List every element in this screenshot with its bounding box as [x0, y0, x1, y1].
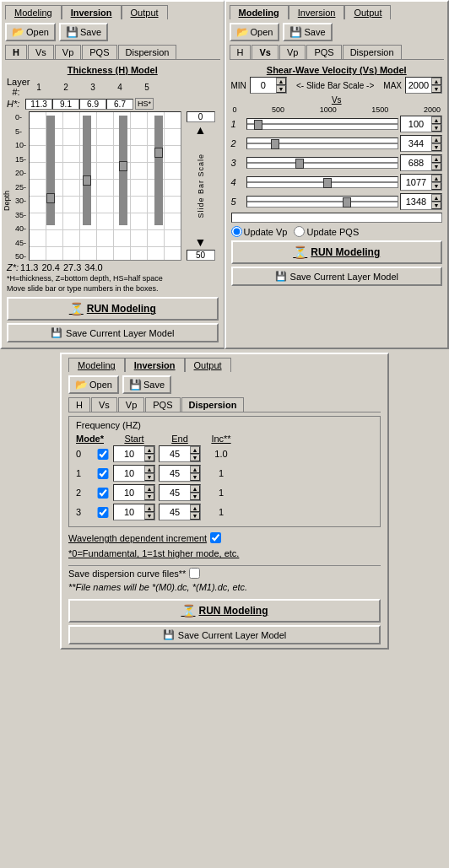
save-layer-button-right[interactable]: Save Current Layer Model — [231, 267, 443, 286]
vs-slider-1[interactable] — [247, 119, 398, 129]
run-button-bottom[interactable]: RUN Modeling — [68, 599, 381, 623]
update-vp-radio[interactable] — [231, 226, 242, 237]
tab-modeling-bottom[interactable]: Modeling — [68, 358, 125, 372]
freq-start-0[interactable] — [114, 449, 144, 459]
freq-end-3[interactable] — [160, 507, 190, 517]
freq-end-up-0[interactable]: ▲ — [190, 446, 200, 454]
freq-start-up-2[interactable]: ▲ — [144, 485, 154, 493]
wavelength-checkbox[interactable] — [210, 532, 221, 543]
nav-tab-vs-right[interactable]: Vs — [252, 45, 278, 59]
tab-output-right[interactable]: Output — [344, 5, 391, 19]
freq-checkbox-2[interactable] — [96, 488, 110, 499]
tab-inversion-left[interactable]: Inversion — [62, 5, 122, 19]
freq-end-up-2[interactable]: ▲ — [190, 485, 200, 493]
slide-bar-top-input[interactable] — [187, 111, 215, 122]
nav-tab-dispersion-bottom[interactable]: Dispersion — [181, 397, 245, 412]
tab-modeling-left[interactable]: Modeling — [5, 5, 62, 19]
h-input-2[interactable] — [52, 99, 79, 110]
freq-end-down-2[interactable]: ▼ — [190, 493, 200, 500]
freq-start-2[interactable] — [114, 488, 144, 498]
nav-tab-vp-left[interactable]: Vp — [55, 45, 81, 59]
freq-start-down-2[interactable]: ▼ — [144, 493, 154, 500]
nav-tab-vs-bottom[interactable]: Vs — [91, 397, 117, 412]
save-layer-button-bottom[interactable]: Save Current Layer Model — [68, 625, 381, 644]
save-button-left[interactable]: Save — [59, 23, 108, 41]
freq-end-0[interactable] — [160, 449, 190, 459]
freq-end-down-1[interactable]: ▼ — [190, 473, 200, 481]
freq-start-3[interactable] — [114, 507, 144, 517]
freq-end-up-3[interactable]: ▲ — [190, 504, 200, 512]
vs-spin-up-1[interactable]: ▲ — [431, 116, 441, 124]
freq-start-1[interactable] — [114, 468, 144, 478]
nav-tab-dispersion-right[interactable]: Dispersion — [343, 45, 402, 59]
nav-tab-vp-right[interactable]: Vp — [279, 45, 306, 59]
open-button-left[interactable]: Open — [5, 23, 56, 41]
slide-bar-up-arrow[interactable]: ▲ — [195, 124, 207, 136]
vs-spin-down-1[interactable]: ▼ — [431, 124, 441, 132]
tab-inversion-right[interactable]: Inversion — [289, 5, 345, 19]
update-pqs-radio[interactable] — [294, 226, 305, 237]
vs-spin-down-4[interactable]: ▼ — [431, 182, 441, 190]
vs-spin-up-3[interactable]: ▲ — [431, 155, 441, 163]
vs-scrollbar[interactable] — [231, 213, 443, 223]
tab-modeling-right[interactable]: Modeling — [230, 5, 289, 19]
vs-spin-down-2[interactable]: ▼ — [431, 143, 441, 151]
vs-spin-up-2[interactable]: ▲ — [431, 136, 441, 143]
vs-slider-5[interactable] — [247, 197, 398, 207]
freq-checkbox-1[interactable] — [96, 468, 110, 479]
nav-tab-pqs-right[interactable]: PQS — [306, 45, 341, 59]
save-button-bottom[interactable]: Save — [122, 375, 171, 394]
nav-tab-dispersion-left[interactable]: Dispersion — [118, 45, 177, 59]
freq-end-1[interactable] — [160, 468, 190, 478]
freq-checkbox-3[interactable] — [96, 507, 110, 518]
min-spin-up[interactable]: ▲ — [276, 78, 286, 85]
nav-tab-h-left[interactable]: H — [5, 45, 27, 59]
hs-button[interactable]: HS* — [135, 98, 154, 110]
freq-checkbox-0[interactable] — [96, 449, 110, 460]
nav-tab-pqs-left[interactable]: PQS — [82, 45, 116, 59]
vs-spin-down-3[interactable]: ▼ — [431, 163, 441, 170]
vs-slider-2[interactable] — [247, 138, 398, 148]
freq-end-down-0[interactable]: ▼ — [190, 454, 200, 461]
vs-slider-3[interactable] — [247, 158, 398, 168]
h-slider-1[interactable] — [43, 116, 58, 225]
nav-tab-h-right[interactable]: H — [230, 45, 252, 59]
vs-slider-4[interactable] — [247, 177, 398, 187]
slide-bar-down-arrow[interactable]: ▼ — [195, 236, 207, 248]
nav-tab-vs-left[interactable]: Vs — [28, 45, 54, 59]
freq-start-down-0[interactable]: ▼ — [144, 454, 154, 461]
h-slider-2[interactable] — [79, 116, 95, 225]
h-slider-3[interactable] — [116, 116, 131, 225]
freq-end-down-3[interactable]: ▼ — [190, 512, 200, 520]
run-button-right[interactable]: RUN Modeling — [231, 240, 443, 264]
max-spin-up[interactable]: ▲ — [431, 78, 441, 85]
vs-value-2[interactable] — [401, 138, 431, 148]
vs-spin-up-4[interactable]: ▲ — [431, 175, 441, 182]
max-spin-down[interactable]: ▼ — [431, 85, 441, 93]
save-button-right[interactable]: Save — [283, 23, 332, 41]
vs-spin-up-5[interactable]: ▲ — [431, 194, 441, 202]
save-layer-button-left[interactable]: Save Current Layer Model — [7, 323, 219, 342]
vs-value-5[interactable] — [401, 197, 431, 207]
vs-spin-down-5[interactable]: ▼ — [431, 202, 441, 209]
slide-bar-bottom-input[interactable] — [187, 250, 215, 261]
vs-value-4[interactable] — [401, 177, 431, 187]
min-spin-down[interactable]: ▼ — [276, 85, 286, 93]
h-slider-4[interactable] — [151, 116, 166, 225]
freq-start-up-0[interactable]: ▲ — [144, 446, 154, 454]
freq-end-2[interactable] — [160, 488, 190, 498]
nav-tab-h-bottom[interactable]: H — [68, 397, 90, 412]
freq-start-down-1[interactable]: ▼ — [144, 473, 154, 481]
freq-start-down-3[interactable]: ▼ — [144, 512, 154, 520]
tab-output-left[interactable]: Output — [122, 5, 168, 19]
vs-value-3[interactable] — [401, 158, 431, 168]
tab-output-bottom[interactable]: Output — [185, 358, 231, 372]
open-button-right[interactable]: Open — [230, 23, 280, 41]
open-button-bottom[interactable]: Open — [68, 375, 119, 394]
nav-tab-vp-bottom[interactable]: Vp — [118, 397, 144, 412]
freq-start-up-3[interactable]: ▲ — [144, 504, 154, 512]
h-input-1[interactable] — [25, 99, 52, 110]
run-button-left[interactable]: RUN Modeling — [7, 297, 219, 321]
h-input-3[interactable] — [79, 99, 106, 110]
max-value[interactable] — [406, 80, 431, 90]
